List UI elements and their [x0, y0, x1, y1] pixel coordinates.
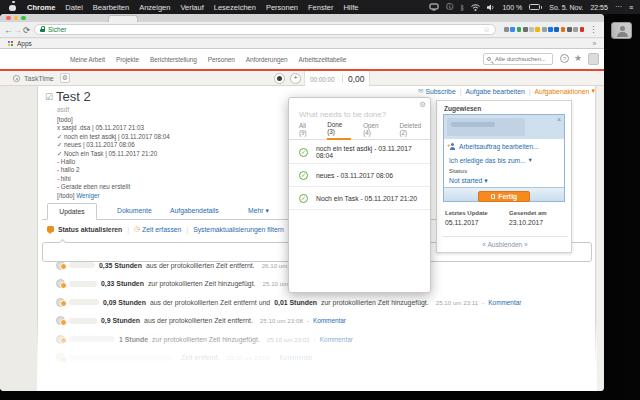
nav-arbeitszeittabelle[interactable]: Arbeitszeittabelle	[298, 56, 346, 63]
extension-icon[interactable]	[567, 27, 572, 32]
menu-lesezeichen[interactable]: Lesezeichen	[214, 3, 256, 12]
tab-dokumente[interactable]: Dokumente	[117, 207, 152, 214]
due-date-link[interactable]: Ich erledige das bis zum... ▾	[449, 156, 532, 164]
show-less-link[interactable]: Weniger	[76, 192, 99, 199]
help-icon[interactable]: ?	[560, 54, 569, 63]
extension-icon[interactable]	[542, 27, 547, 32]
menu-datei[interactable]: Datei	[65, 3, 83, 12]
page-scrollbar[interactable]	[597, 86, 603, 391]
subscribe-link[interactable]: ✉ Subscribe	[418, 87, 456, 95]
nav-berichterstellung[interactable]: Berichterstellung	[150, 56, 197, 63]
extension-icon[interactable]	[554, 27, 559, 32]
menu-chrome[interactable]: Chrome	[27, 3, 55, 12]
nav-personen[interactable]: Personen	[208, 56, 235, 63]
menu-verlauf[interactable]: Verlauf	[180, 3, 203, 12]
bluetooth-icon[interactable]: ᛒ	[460, 4, 464, 11]
menu-anzeigen[interactable]: Anzeigen	[139, 3, 170, 12]
apple-menu-icon[interactable]	[9, 2, 17, 11]
todo-item[interactable]: ✓ Noch ein Task - 05.11.2017 21:20	[289, 187, 430, 210]
extension-icon[interactable]	[517, 27, 522, 32]
avatar-clock-icon	[56, 261, 65, 270]
extension-icon[interactable]	[561, 27, 566, 32]
add-timer-button[interactable]: +	[290, 73, 301, 84]
reload-button[interactable]: ⟳	[22, 25, 31, 35]
status-value-link[interactable]: Not started ▾	[449, 177, 488, 185]
extension-icon[interactable]	[529, 27, 534, 32]
background-user-avatar[interactable]	[611, 22, 632, 39]
comment-link[interactable]: Kommentar	[313, 317, 346, 324]
chrome-menu-icon[interactable]: ⋮	[589, 25, 597, 34]
extension-icon[interactable]	[523, 27, 528, 32]
update-status-button[interactable]: Status aktualisieren	[58, 226, 122, 233]
track-time-link[interactable]: ◷ Zeit erfassen	[134, 225, 181, 233]
menu-bearbeiten[interactable]: Bearbeiten	[93, 3, 129, 12]
extension-icon[interactable]	[548, 27, 553, 32]
nav-meine-arbeit[interactable]: Meine Arbeit	[70, 56, 105, 63]
todo-item[interactable]: ✓ neues - 03.11.2017 08:06	[289, 164, 430, 187]
extension-icon[interactable]	[573, 27, 578, 32]
tab-mehr[interactable]: Mehr ▾	[248, 207, 269, 215]
extension-icon[interactable]	[504, 27, 509, 32]
todo-item[interactable]: ✓ noch ein test asdkj - 03.11.2017 08:04	[289, 141, 430, 164]
menu-hilfe[interactable]: Hilfe	[343, 3, 358, 12]
clock-icon: ◷	[134, 225, 140, 233]
nav-anforderungen[interactable]: Anforderungen	[246, 56, 288, 63]
tab-all[interactable]: All (9)	[299, 126, 315, 139]
separator: -	[307, 317, 309, 324]
bookmarks-overflow-icon[interactable]: »	[592, 40, 596, 47]
battery-icon[interactable]	[529, 4, 542, 10]
edit-assignment-link[interactable]: + Arbeitsauftrag bearbeiten...	[449, 143, 539, 150]
comment-link[interactable]: Kommentar	[280, 354, 313, 361]
nav-projekte[interactable]: Projekte	[116, 56, 139, 63]
extension-icon[interactable]	[580, 27, 585, 32]
comment-link[interactable]: Kommentar	[488, 299, 521, 306]
close-icon[interactable]: ×	[557, 116, 561, 123]
menubar-date[interactable]: So. 5. Nov.	[549, 4, 583, 11]
check-circle-icon[interactable]: ✓	[299, 171, 308, 180]
tab-open[interactable]: Open (4)	[363, 126, 387, 139]
global-search[interactable]	[483, 53, 553, 65]
forward-button[interactable]: →	[13, 25, 22, 35]
display-icon[interactable]	[429, 3, 439, 11]
tab-updates[interactable]: Updates	[47, 203, 97, 220]
minimize-window-button[interactable]	[14, 16, 19, 21]
hide-panel-link[interactable]: « Ausblenden »	[437, 241, 573, 248]
close-window-button[interactable]	[6, 16, 11, 21]
tab-aufgabendetails[interactable]: Aufgabendetails	[170, 207, 219, 214]
notification-center-icon[interactable]: ≡	[629, 4, 633, 11]
menu-fenster[interactable]: Fenster	[308, 3, 333, 12]
check-circle-icon[interactable]: ✓	[299, 148, 308, 157]
tasktime-icon	[13, 75, 20, 82]
feed-hours: 0,01 Stunden	[274, 299, 317, 306]
address-bar[interactable]: Sicher ☆	[34, 24, 496, 35]
extension-icon[interactable]	[535, 27, 540, 32]
favorites-star-icon[interactable]: ★	[574, 53, 582, 63]
timer-settings-icon[interactable]: ⚙	[60, 73, 70, 83]
menubar-time[interactable]: 22:55	[590, 4, 608, 11]
extension-icon[interactable]	[510, 27, 515, 32]
bookmark-apps[interactable]: Apps	[17, 40, 32, 47]
new-todo-input[interactable]	[297, 108, 424, 120]
bookmark-star-icon[interactable]: ☆	[483, 26, 490, 34]
siri-icon[interactable]: ⋯	[615, 3, 622, 11]
search-input[interactable]	[493, 55, 549, 63]
filter-updates-link[interactable]: Systemaktualisierungen filtern	[193, 226, 284, 233]
menu-personen[interactable]: Personen	[266, 3, 298, 12]
zoom-window-button[interactable]	[21, 16, 26, 21]
edit-task-link[interactable]: Aufgabe bearbeiten	[465, 88, 524, 95]
wifi-icon[interactable]	[471, 4, 480, 11]
done-button[interactable]: Fertig	[478, 191, 530, 202]
comment-link[interactable]: Kommentar	[320, 336, 353, 343]
record-button[interactable]	[274, 73, 285, 84]
volume-icon[interactable]	[487, 4, 495, 11]
bookmarks-bar: Apps »	[0, 39, 604, 49]
back-button[interactable]: ←	[4, 25, 13, 35]
tab-deleted[interactable]: Deleted (2)	[399, 126, 430, 139]
tab-done[interactable]: Done (3)	[327, 126, 351, 140]
check-circle-icon[interactable]: ✓	[299, 194, 308, 203]
profile-avatar[interactable]	[588, 53, 599, 65]
task-actions-menu[interactable]: Aufgabenaktionen ▾	[535, 87, 595, 95]
info-circle-icon[interactable]: ⓘ	[446, 2, 453, 12]
browser-tab[interactable]	[108, 15, 138, 22]
window-titlebar[interactable]	[0, 14, 604, 22]
